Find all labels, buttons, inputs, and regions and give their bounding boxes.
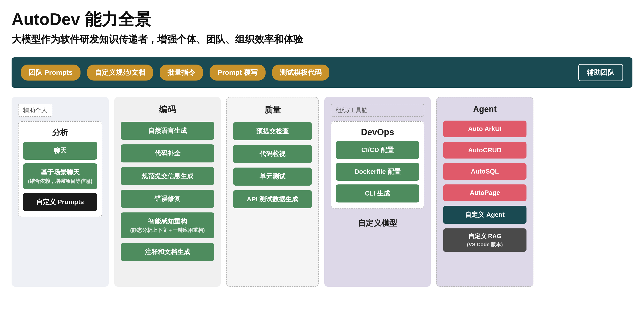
smart-refactor-label: 智能感知重构: [148, 218, 187, 225]
page-subtitle: 大模型作为软件研发知识传递者，增强个体、团队、组织效率和体验: [12, 33, 632, 46]
devops-title: DevOps: [336, 127, 419, 137]
feature-scene-chat[interactable]: 基于场景聊天 (结合依赖，增强项目等信息): [23, 163, 97, 189]
feature-doc-gen[interactable]: 注释和文档生成: [121, 243, 214, 261]
feature-error-fix[interactable]: 错误修复: [121, 190, 214, 208]
analysis-sub-panel: 分析 聊天 基于场景聊天 (结合依赖，增强项目等信息) 自定义 Prompts: [18, 121, 102, 217]
feature-custom-agent[interactable]: 自定义 Agent: [443, 206, 526, 224]
devops-sub-panel: DevOps CI/CD 配置 Dockerfile 配置 CLI 生成: [331, 121, 424, 208]
feature-autosql[interactable]: AutoSQL: [443, 163, 526, 180]
header-tag-5[interactable]: 测试模板代码: [272, 65, 330, 81]
assist-personal-label: 辅助个人: [18, 104, 52, 117]
panel-org: 组织/工具链 DevOps CI/CD 配置 Dockerfile 配置 CLI…: [324, 97, 431, 287]
header-tag-4[interactable]: Prompt 覆写: [210, 65, 265, 81]
feature-chat[interactable]: 聊天: [23, 142, 97, 160]
feature-nlg[interactable]: 自然语言生成: [121, 122, 214, 140]
quality-title: 质量: [233, 104, 312, 116]
panel-agent: Agent Auto ArkUI AutoCRUD AutoSQL AutoPa…: [436, 97, 534, 287]
feature-auto-arkui[interactable]: Auto ArkUI: [443, 121, 526, 137]
custom-rag-label: 自定义 RAG: [468, 233, 502, 239]
panel-quality: 质量 预提交检查 代码检视 单元测试 API 测试数据生成: [226, 97, 319, 287]
feature-autocrud[interactable]: AutoCRUD: [443, 142, 526, 159]
feature-api-test[interactable]: API 测试数据生成: [233, 190, 312, 208]
feature-custom-prompts[interactable]: 自定义 Prompts: [23, 193, 97, 211]
feature-cli-gen[interactable]: CLI 生成: [336, 184, 419, 202]
header-bar: 团队 Prompts 自定义规范/文档 批量指令 Prompt 覆写 测试模板代…: [12, 57, 632, 88]
custom-rag-sublabel: (VS Code 版本): [447, 241, 523, 248]
feature-smart-refactor[interactable]: 智能感知重构 (静态分析上下文＋一键应用重构): [121, 212, 214, 238]
smart-refactor-sublabel: (静态分析上下文＋一键应用重构): [124, 227, 210, 234]
feature-custom-rag[interactable]: 自定义 RAG (VS Code 版本): [443, 228, 526, 252]
feature-commit-gen[interactable]: 规范提交信息生成: [121, 167, 214, 185]
feature-code-review[interactable]: 代码检视: [233, 145, 312, 163]
main-content: 辅助个人 分析 聊天 基于场景聊天 (结合依赖，增强项目等信息) 自定义 Pro…: [12, 97, 632, 287]
analysis-title: 分析: [23, 127, 97, 138]
scene-chat-label: 基于场景聊天: [41, 169, 80, 176]
header-tag-1[interactable]: 团队 Prompts: [21, 65, 80, 81]
feature-unit-test[interactable]: 单元测试: [233, 168, 312, 186]
page-title: AutoDev 能力全景: [12, 9, 632, 29]
panel-coding: 编码 自然语言生成 代码补全 规范提交信息生成 错误修复 智能感知重构 (静态分…: [114, 97, 221, 287]
feature-dockerfile[interactable]: Dockerfile 配置: [336, 163, 419, 181]
header-tag-3[interactable]: 批量指令: [160, 65, 203, 81]
custom-model-title: 自定义模型: [331, 218, 424, 228]
feature-code-complete[interactable]: 代码补全: [121, 144, 214, 162]
feature-pre-commit[interactable]: 预提交检查: [233, 122, 312, 140]
header-tag-2[interactable]: 自定义规范/文档: [87, 65, 153, 81]
org-label: 组织/工具链: [331, 104, 424, 117]
panel-assist-personal: 辅助个人 分析 聊天 基于场景聊天 (结合依赖，增强项目等信息) 自定义 Pro…: [12, 97, 109, 287]
feature-cicd[interactable]: CI/CD 配置: [336, 141, 419, 159]
coding-title: 编码: [121, 104, 214, 115]
feature-autopage[interactable]: AutoPage: [443, 184, 526, 201]
scene-chat-sublabel: (结合依赖，增强项目等信息): [27, 178, 94, 185]
header-tag-6[interactable]: 辅助团队: [578, 64, 623, 81]
agent-title: Agent: [443, 104, 526, 114]
